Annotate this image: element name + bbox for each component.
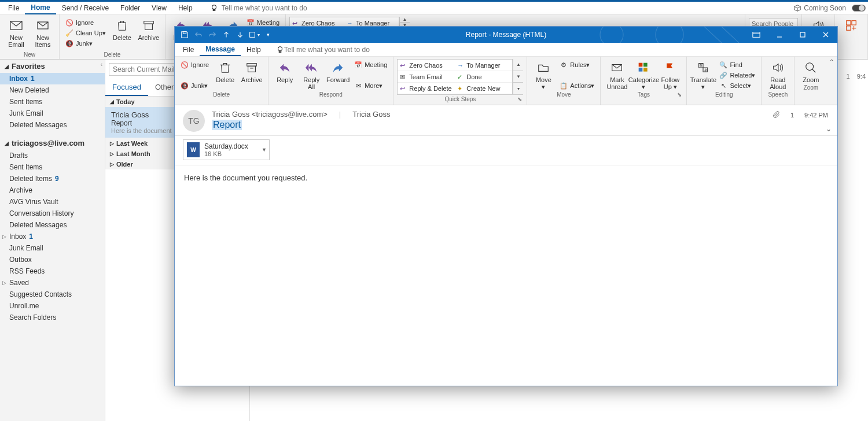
- window-title: Report - Message (HTML): [466, 31, 546, 39]
- msg-tell-me[interactable]: [276, 46, 388, 54]
- message-ribbon: ⌃ 🚫Ignore 🚯Junk ▾ Delete Archive Delete: [175, 57, 837, 105]
- tab-file[interactable]: File: [2, 2, 25, 14]
- tell-me-input[interactable]: [222, 4, 337, 12]
- tags-launcher-icon[interactable]: ⬊: [677, 91, 682, 98]
- msg-junk-button[interactable]: 🚯Junk ▾: [178, 81, 211, 90]
- main-menu-bar: File Home Send / Receive Folder View Hel…: [0, 2, 868, 14]
- find-button[interactable]: 🔍Find: [717, 60, 757, 69]
- close-icon[interactable]: [814, 27, 837, 43]
- msg-reply-button[interactable]: Reply: [272, 59, 297, 90]
- redo-icon[interactable]: [206, 29, 219, 40]
- account-header[interactable]: ◢triciagoss@live.com: [0, 136, 105, 150]
- delete-button[interactable]: Delete: [109, 17, 135, 48]
- nav-junk[interactable]: Junk Email: [0, 242, 105, 254]
- msg-rules-button[interactable]: ⚙Rules ▾: [557, 60, 597, 69]
- msg-archive-button[interactable]: Archive: [239, 59, 264, 90]
- tab-home[interactable]: Home: [25, 2, 56, 14]
- msg-tab-help[interactable]: Help: [241, 44, 267, 56]
- nav-saved[interactable]: ▷Saved: [0, 277, 105, 289]
- msg-forward-button[interactable]: Forward: [325, 59, 351, 90]
- attachment-size: 16 KB: [204, 150, 248, 157]
- nav-new-deleted[interactable]: New Deleted: [0, 84, 105, 96]
- qs-down-icon[interactable]: ▼: [513, 71, 523, 83]
- qat-more-icon[interactable]: ▾: [248, 29, 260, 40]
- attachment-dropdown-icon[interactable]: ▼: [262, 147, 267, 153]
- new-items-button[interactable]: NewItems: [30, 17, 56, 48]
- nav-deleted-items[interactable]: Deleted Items9: [0, 173, 105, 184]
- sender-avatar[interactable]: TG: [183, 110, 205, 132]
- collapse-nav-icon[interactable]: ‹: [101, 61, 102, 68]
- msg-tab-file[interactable]: File: [177, 44, 200, 56]
- nav-drafts[interactable]: Drafts: [0, 150, 105, 161]
- mark-unread-button[interactable]: MarkUnread: [604, 59, 630, 90]
- nav-deleted-msgs-fav[interactable]: Deleted Messages: [0, 119, 105, 131]
- prev-item-icon[interactable]: [220, 29, 233, 40]
- coming-soon-toggle[interactable]: [852, 5, 866, 12]
- nav-inbox[interactable]: ▷Inbox1: [0, 231, 105, 242]
- translate-button[interactable]: aあ Translate▾: [690, 59, 716, 90]
- related-button[interactable]: 🔗Related ▾: [717, 71, 757, 80]
- nav-unroll[interactable]: Unroll.me: [0, 300, 105, 312]
- svg-rect-18: [639, 63, 643, 67]
- msg-quicksteps-gallery[interactable]: ↩Zero Chaos →To Manager ✉Team Email ✓Don…: [397, 59, 513, 95]
- new-email-button[interactable]: NewEmail: [3, 17, 29, 48]
- nav-search-folders[interactable]: Search Folders: [0, 312, 105, 323]
- minimize-icon[interactable]: [768, 27, 791, 43]
- qat-custom-icon[interactable]: ▾: [262, 29, 274, 40]
- nav-rss[interactable]: RSS Feeds: [0, 265, 105, 277]
- maximize-icon[interactable]: [791, 27, 814, 43]
- zoom-button[interactable]: Zoom: [798, 59, 823, 83]
- read-aloud-button[interactable]: ReadAloud: [765, 59, 790, 90]
- attachment-item[interactable]: W Saturday.docx 16 KB ▼: [183, 139, 270, 160]
- tab-help[interactable]: Help: [172, 2, 198, 14]
- nav-deleted-msgs[interactable]: Deleted Messages: [0, 219, 105, 231]
- msg-reply-all-button[interactable]: ReplyAll: [299, 59, 324, 90]
- categorize-button[interactable]: Categorize▾: [631, 59, 656, 90]
- nav-junk-fav[interactable]: Junk Email: [0, 108, 105, 119]
- qs-launcher-icon[interactable]: ⬊: [517, 96, 522, 102]
- group-new: NewEmail NewItems New: [0, 14, 60, 59]
- msg-tab-message[interactable]: Message: [200, 43, 241, 56]
- attachment-count: 1: [790, 112, 794, 119]
- follow-up-button[interactable]: FollowUp ▾: [657, 59, 683, 90]
- nav-sent[interactable]: Sent Items: [0, 161, 105, 173]
- qs-up-icon[interactable]: ▲: [513, 59, 523, 71]
- msg-group-move: Move▾ ⚙Rules ▾ 📋Actions ▾ Move: [527, 57, 601, 105]
- svg-point-14: [278, 46, 282, 50]
- message-ribbon-tabs: File Message Help: [175, 43, 837, 57]
- msg-actions-button[interactable]: 📋Actions ▾: [557, 81, 597, 90]
- tab-focused[interactable]: Focused: [105, 79, 148, 96]
- nav-archive[interactable]: Archive: [0, 184, 105, 196]
- nav-sent-fav[interactable]: Sent Items: [0, 96, 105, 108]
- favorites-header[interactable]: ◢Favorites: [0, 60, 105, 73]
- nav-conv-history[interactable]: Conversation History: [0, 208, 105, 219]
- msg-more-button[interactable]: ✉More ▾: [352, 81, 389, 90]
- nav-inbox-fav[interactable]: Inbox1: [0, 73, 105, 84]
- collapse-ribbon-icon[interactable]: ⌃: [829, 58, 834, 65]
- msg-ignore-button[interactable]: 🚫Ignore: [178, 60, 211, 69]
- nav-outbox[interactable]: Outbox: [0, 254, 105, 265]
- qs-more-icon[interactable]: ▾: [513, 83, 523, 95]
- undo-icon[interactable]: [192, 29, 205, 40]
- ignore-button[interactable]: 🚫Ignore: [63, 18, 108, 27]
- archive-button[interactable]: Archive: [136, 17, 161, 48]
- msg-delete-button[interactable]: Delete: [212, 59, 238, 90]
- junk-button[interactable]: 🚯Junk ▾: [63, 39, 108, 48]
- msg-move-button[interactable]: Move▾: [531, 59, 556, 90]
- get-addins-button[interactable]: [838, 17, 864, 33]
- save-icon[interactable]: [178, 29, 191, 40]
- nav-avg-vault[interactable]: AVG Virus Vault: [0, 196, 105, 208]
- tab-send-receive[interactable]: Send / Receive: [56, 2, 115, 14]
- select-button[interactable]: ↖Select ▾: [717, 81, 757, 90]
- nav-suggested[interactable]: Suggested Contacts: [0, 289, 105, 300]
- msg-meeting-button[interactable]: 📅Meeting: [352, 60, 389, 69]
- expand-header-icon[interactable]: ⌄: [826, 125, 832, 133]
- tell-me-search[interactable]: [210, 4, 337, 12]
- tab-folder[interactable]: Folder: [115, 2, 146, 14]
- svg-rect-19: [643, 63, 648, 67]
- msg-tell-me-input[interactable]: [284, 46, 388, 54]
- next-item-icon[interactable]: [234, 29, 247, 40]
- tab-view[interactable]: View: [146, 2, 172, 14]
- cleanup-button[interactable]: 🧹Clean Up ▾: [63, 28, 108, 38]
- svg-point-11: [656, 27, 683, 43]
